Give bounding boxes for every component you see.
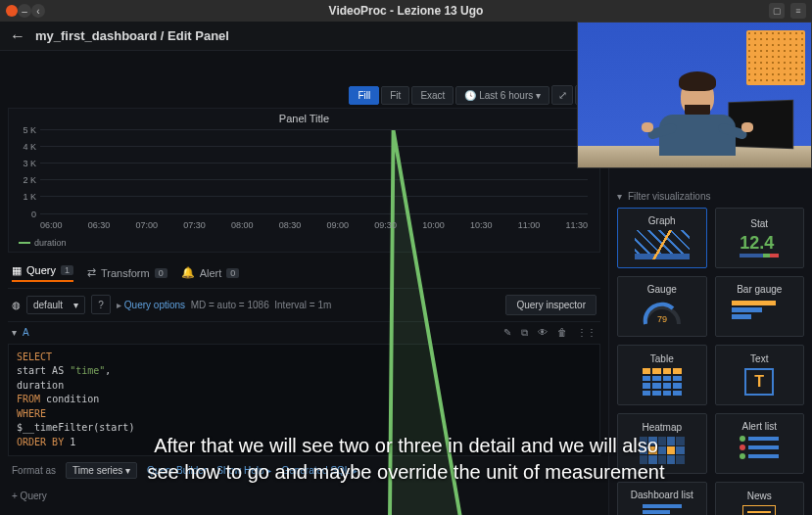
x-axis: 06:00 06:30 07:00 07:30 08:00 08:30 09:0… bbox=[40, 220, 588, 230]
text-thumb-icon: T bbox=[744, 368, 774, 396]
viz-heatmap-label: Heatmap bbox=[642, 422, 682, 433]
viz-gauge[interactable]: Gauge 79 bbox=[617, 276, 707, 337]
chart-panel: Panel Title 0 1 K 2 K 3 K 4 K 5 K bbox=[8, 108, 600, 253]
window-title: VideoProc - Lezione 13 Ugo bbox=[329, 4, 484, 18]
bargauge-thumb-icon bbox=[732, 299, 787, 328]
query-letter: A bbox=[23, 327, 29, 338]
window-close-button[interactable] bbox=[6, 5, 18, 17]
xtick: 10:30 bbox=[470, 220, 493, 230]
xtick: 08:00 bbox=[231, 220, 254, 230]
datasource-select[interactable]: default ▾ bbox=[26, 296, 85, 314]
ytick-4: 4 K bbox=[13, 142, 36, 152]
funnel-icon: ▾ bbox=[617, 191, 622, 202]
viz-dashlist-label: Dashboard list bbox=[631, 490, 693, 500]
ytick-2: 2 K bbox=[13, 175, 36, 185]
legend-label: duration bbox=[34, 238, 67, 248]
xtick: 06:30 bbox=[88, 220, 111, 230]
viz-alertlist[interactable]: Alert list bbox=[715, 413, 805, 474]
heatmap-thumb-icon bbox=[640, 437, 685, 464]
ytick-5: 5 K bbox=[13, 125, 36, 135]
viz-table-label: Table bbox=[650, 353, 674, 364]
ytick-3: 3 K bbox=[13, 159, 36, 168]
viz-text[interactable]: Text T bbox=[715, 345, 805, 405]
alertlist-thumb-icon bbox=[740, 436, 779, 465]
xtick: 06:00 bbox=[40, 220, 63, 230]
viz-heatmap[interactable]: Heatmap bbox=[617, 413, 707, 474]
breadcrumb: my_first_dashboard / Edit Panel bbox=[35, 28, 229, 43]
datasource-selected: default bbox=[33, 300, 63, 310]
back-arrow-icon[interactable]: ← bbox=[10, 27, 25, 45]
xtick: 10:00 bbox=[422, 220, 445, 230]
gauge-thumb-icon: 79 bbox=[640, 299, 685, 328]
viz-graph-label: Graph bbox=[648, 215, 676, 226]
viz-dashlist[interactable]: Dashboard list bbox=[617, 482, 707, 515]
viz-gauge-label: Gauge bbox=[647, 284, 677, 295]
chevron-down-icon: ▾ bbox=[12, 327, 17, 338]
panel-title: Panel Title bbox=[9, 109, 599, 128]
viz-stat-label: Stat bbox=[750, 218, 768, 229]
xtick: 07:30 bbox=[183, 220, 206, 230]
viz-graph[interactable]: Graph bbox=[617, 208, 707, 268]
app-root: ← my_first_dashboard / Edit Panel Fill F… bbox=[0, 22, 812, 515]
window-back-button[interactable]: ‹ bbox=[31, 4, 45, 18]
viz-news-label: News bbox=[747, 491, 772, 501]
os-title-bar: – ‹ VideoProc - Lezione 13 Ugo ▢ ≡ bbox=[0, 0, 812, 22]
xtick: 08:30 bbox=[279, 220, 302, 230]
svg-text:79: 79 bbox=[657, 314, 667, 324]
legend-swatch bbox=[19, 242, 30, 244]
window-util-2[interactable]: ≡ bbox=[790, 3, 806, 19]
graph-thumb-icon bbox=[635, 230, 690, 259]
xtick: 11:30 bbox=[565, 220, 588, 230]
presenter-webcam bbox=[577, 22, 812, 168]
ytick-1: 1 K bbox=[13, 192, 36, 202]
news-thumb-icon bbox=[742, 505, 776, 515]
chart-body: 0 1 K 2 K 3 K 4 K 5 K bbox=[40, 130, 588, 214]
datasource-icon: ◍ bbox=[12, 300, 21, 310]
xtick: 09:30 bbox=[374, 220, 397, 230]
chart-line bbox=[40, 130, 588, 515]
viz-table[interactable]: Table bbox=[617, 345, 707, 405]
filter-visualizations-input[interactable]: Filter visualizations bbox=[628, 191, 710, 202]
viz-news[interactable]: News bbox=[715, 482, 805, 515]
chart-legend: duration bbox=[19, 238, 67, 248]
table-thumb-icon bbox=[643, 368, 682, 396]
viz-bargauge[interactable]: Bar gauge bbox=[715, 276, 805, 337]
viz-text-label: Text bbox=[750, 353, 768, 364]
stat-thumb-icon: 12.4 bbox=[740, 233, 779, 258]
viz-alertlist-label: Alert list bbox=[741, 421, 777, 432]
dashlist-thumb-icon bbox=[643, 504, 682, 515]
viz-stat[interactable]: Stat 12.4 bbox=[715, 208, 805, 268]
xtick: 11:00 bbox=[518, 220, 541, 230]
xtick: 07:00 bbox=[136, 220, 159, 230]
viz-bargauge-label: Bar gauge bbox=[737, 284, 782, 295]
window-util-1[interactable]: ▢ bbox=[769, 3, 785, 19]
window-minimize-button[interactable]: – bbox=[18, 4, 31, 18]
ytick-0: 0 bbox=[13, 210, 36, 219]
xtick: 09:00 bbox=[327, 220, 350, 230]
